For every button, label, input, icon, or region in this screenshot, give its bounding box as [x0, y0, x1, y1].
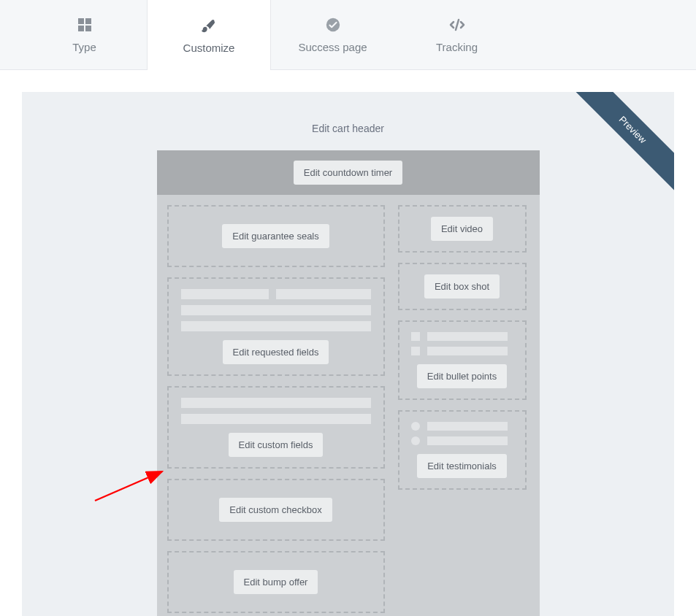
placeholder-bar [181, 398, 371, 408]
requested-fields-section[interactable]: Edit requested fields [167, 277, 385, 376]
tab-label: Type [72, 41, 96, 53]
canvas-wrap: Preview Edit cart header Edit countdown … [0, 70, 696, 616]
placeholder-bar [276, 289, 371, 299]
code-icon [448, 16, 466, 34]
testimonials-section[interactable]: Edit testimonials [398, 410, 527, 490]
video-section[interactable]: Edit video [398, 205, 527, 253]
guarantee-section[interactable]: Edit guarantee seals [167, 205, 385, 267]
edit-guarantee-button[interactable]: Edit guarantee seals [222, 224, 329, 248]
builder-tabs: Type Customize Success page Tracking [0, 0, 696, 70]
countdown-section[interactable]: Edit countdown timer [157, 150, 540, 195]
bullet-points-section[interactable]: Edit bullet points [398, 320, 527, 400]
svg-line-7 [95, 471, 162, 501]
tab-label: Customize [183, 42, 235, 54]
svg-rect-0 [78, 18, 84, 24]
tab-type[interactable]: Type [23, 0, 147, 69]
placeholder-circle [411, 422, 420, 431]
field-placeholders [177, 289, 375, 331]
tab-customize[interactable]: Customize [147, 0, 271, 70]
edit-testimonials-button[interactable]: Edit testimonials [417, 454, 507, 478]
placeholder-bar [427, 436, 508, 445]
grid-icon [76, 16, 93, 34]
tab-label: Success page [298, 41, 367, 53]
tab-label: Tracking [436, 41, 478, 53]
svg-rect-2 [78, 26, 84, 31]
cart-page-preview: Edit countdown timer Edit guarantee seal… [157, 150, 540, 616]
svg-line-5 [456, 20, 459, 30]
placeholder-circle [411, 436, 420, 445]
placeholder-bar [427, 422, 508, 431]
svg-rect-1 [85, 18, 91, 24]
field-placeholders [177, 398, 375, 424]
placeholder-bar [181, 414, 371, 424]
bump-offer-section[interactable]: Edit bump offer [167, 551, 385, 613]
edit-requested-fields-button[interactable]: Edit requested fields [223, 340, 329, 364]
edit-video-button[interactable]: Edit video [431, 217, 493, 241]
svg-rect-3 [85, 26, 91, 31]
canvas: Preview Edit cart header Edit countdown … [22, 92, 674, 616]
custom-checkbox-section[interactable]: Edit custom checkbox [167, 479, 385, 541]
edit-custom-checkbox-button[interactable]: Edit custom checkbox [219, 498, 332, 522]
placeholder-bar [181, 289, 269, 299]
custom-fields-section[interactable]: Edit custom fields [167, 386, 385, 469]
tabs-left-spacer [0, 0, 23, 69]
edit-bump-offer-button[interactable]: Edit bump offer [234, 570, 318, 594]
right-column: Edit video Edit box shot Edit bullet poi… [398, 205, 527, 613]
edit-cart-header[interactable]: Edit cart header [22, 92, 674, 150]
box-shot-section[interactable]: Edit box shot [398, 263, 527, 310]
edit-bullet-points-button[interactable]: Edit bullet points [417, 364, 507, 388]
placeholder-bar [427, 347, 508, 355]
tab-success-page[interactable]: Success page [271, 0, 395, 69]
tab-tracking[interactable]: Tracking [395, 0, 519, 69]
check-circle-icon [324, 16, 342, 34]
placeholder-bar [181, 321, 371, 331]
brush-icon [200, 17, 218, 34]
placeholder-square [411, 347, 420, 355]
placeholder-bar [427, 332, 508, 341]
edit-countdown-button[interactable]: Edit countdown timer [294, 161, 402, 185]
left-column: Edit guarantee seals Edit requested fiel… [167, 205, 385, 613]
placeholder-bar [181, 305, 371, 315]
placeholder-square [411, 332, 420, 341]
edit-box-shot-button[interactable]: Edit box shot [424, 274, 500, 299]
preview-columns: Edit guarantee seals Edit requested fiel… [157, 195, 540, 616]
edit-custom-fields-button[interactable]: Edit custom fields [229, 433, 324, 457]
